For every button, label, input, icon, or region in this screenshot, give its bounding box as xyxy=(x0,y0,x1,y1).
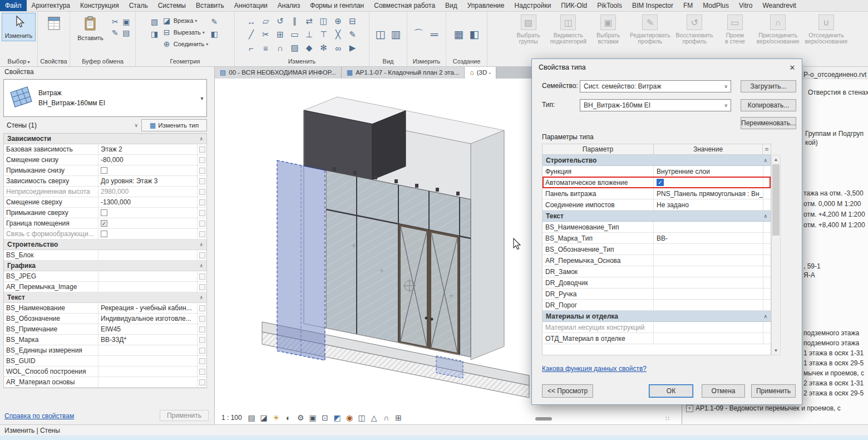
cut-profile-tool[interactable]: ◆ xyxy=(302,41,317,55)
ribbon-tab-Формы и генплан[interactable]: Формы и генплан xyxy=(305,0,369,11)
property-value[interactable]: Индивидуальное изготовле... xyxy=(98,314,197,324)
property-value[interactable] xyxy=(98,345,197,355)
ribbon-tab-Конструкция[interactable]: Конструкция xyxy=(75,0,124,11)
associate-param-box[interactable] xyxy=(199,189,205,195)
property-value[interactable] xyxy=(98,250,197,260)
detail-level-icon[interactable]: ▤ xyxy=(247,413,257,423)
cut-tool[interactable]: ⊟ xyxy=(346,14,360,28)
scroll-down-icon[interactable]: ▼ xyxy=(772,346,780,355)
create-similar-icon[interactable]: ◧ xyxy=(468,28,481,41)
canvas-hscrollbar-thumb[interactable] xyxy=(535,417,552,421)
wall-joins-tool[interactable]: ∩ xyxy=(273,41,288,55)
load-button[interactable]: Загрузить... xyxy=(741,80,796,92)
associate-param-box[interactable] xyxy=(199,252,205,258)
browser-item-vedomosti[interactable]: + АР1.1-09 - Ведомости перемычек и проем… xyxy=(686,404,841,412)
ribbon-tab-PikTools[interactable]: PikTools xyxy=(592,0,627,11)
measure-icon[interactable]: ⌒ xyxy=(412,28,426,41)
ribbon-tab-Надстройки[interactable]: Надстройки xyxy=(510,0,556,11)
edit-profile-button[interactable]: ✎Редактироватьпрофиль xyxy=(630,13,670,45)
cope-icon[interactable]: ▧ xyxy=(150,17,160,27)
view-tab[interactable]: ▤00 - ВСЯ НЕОБХОДИМАЯ ИНФОР... xyxy=(215,66,342,79)
param-value[interactable]: Внутренние слои xyxy=(654,166,763,177)
move-tool[interactable]: ↔ xyxy=(244,14,259,28)
ribbon-tab-ModPlus[interactable]: ModPlus xyxy=(698,0,734,11)
associate-param-box[interactable] xyxy=(199,348,205,354)
unpin-tool[interactable]: ⊤ xyxy=(317,28,331,41)
param-value[interactable] xyxy=(654,289,763,299)
mirror-tool[interactable]: ◫ xyxy=(317,14,331,28)
property-value[interactable]: Этаж 2 xyxy=(98,144,197,154)
associate-param-box[interactable] xyxy=(199,369,205,375)
associate-param-box[interactable] xyxy=(199,326,205,333)
property-value[interactable] xyxy=(98,165,197,175)
view-tab[interactable]: ▦АР1.1-07 - Кладочный план 2 эта... xyxy=(342,66,465,79)
cut-dropdown[interactable]: ⊟Вырезать▾ xyxy=(162,27,209,37)
section-header[interactable]: Графика∧ xyxy=(4,261,206,271)
rendering-icon[interactable]: ⚙ xyxy=(296,413,305,423)
ribbon-tab-Сталь[interactable]: Сталь xyxy=(124,0,153,11)
associate-param-box[interactable] xyxy=(199,316,205,322)
link-tool[interactable]: ∞ xyxy=(331,41,346,55)
associate-param-box[interactable] xyxy=(199,284,205,290)
ribbon-tab-Архитектура[interactable]: Архитектура xyxy=(27,0,76,11)
properties-help-link[interactable]: Справка по свойствам xyxy=(4,412,74,420)
param-value[interactable] xyxy=(654,222,763,232)
property-value[interactable]: До уровня: Этаж 3 xyxy=(98,176,197,186)
property-value[interactable] xyxy=(98,282,197,292)
param-value[interactable] xyxy=(654,300,763,310)
associate-param-box[interactable] xyxy=(199,358,205,364)
associate-param-box[interactable] xyxy=(199,305,205,311)
scrollbar-thumb[interactable] xyxy=(772,164,780,236)
associate-param-box[interactable] xyxy=(199,231,205,237)
panel-splitter-grip[interactable]: ∷ xyxy=(665,415,669,422)
temporary-view-properties-icon[interactable]: ◫ xyxy=(357,413,367,423)
ribbon-tab-Vitro[interactable]: Vitro xyxy=(734,0,757,11)
select-groups-button[interactable]: ▧Выбратьгруппы xyxy=(512,13,545,45)
visual-style-icon[interactable]: ◪ xyxy=(259,413,269,423)
ribbon-tab-Управление[interactable]: Управление xyxy=(462,0,510,11)
property-value[interactable] xyxy=(98,271,197,281)
auto-embed-checkbox[interactable]: ✓ xyxy=(657,179,664,186)
paint-tool[interactable]: ✻ xyxy=(317,41,331,55)
ribbon-tab-BIM Inspector[interactable]: BIM Inspector xyxy=(627,0,678,11)
property-value[interactable]: -80,000 xyxy=(98,155,197,165)
copy-tool[interactable]: ▱ xyxy=(259,14,273,28)
param-value[interactable]: ✓ xyxy=(654,177,763,188)
pin-tool[interactable]: ⊥ xyxy=(302,28,317,41)
property-value[interactable] xyxy=(98,366,197,377)
ribbon-tab-Вставить[interactable]: Вставить xyxy=(191,0,229,11)
checkbox[interactable]: ✓ xyxy=(101,220,107,227)
type-combo[interactable]: ВН_Витраж-160мм EI ∨ xyxy=(580,99,731,111)
properties-apply-button[interactable]: Применить xyxy=(160,410,209,421)
ok-button[interactable]: ОК xyxy=(649,384,693,398)
scale-control[interactable]: 1 : 100 xyxy=(221,414,242,422)
worksets-icon[interactable]: ⊞ xyxy=(394,413,403,423)
demolish-tool[interactable]: ⌐ xyxy=(244,41,259,55)
param-value[interactable] xyxy=(654,277,763,288)
dialog-help-link[interactable]: Какова функция данных свойств? xyxy=(542,365,647,373)
param-group-header[interactable]: Текст∧ xyxy=(542,211,771,222)
cancel-button[interactable]: Отмена xyxy=(702,384,745,398)
ribbon-tab-Совместная работа[interactable]: Совместная работа xyxy=(369,0,440,11)
view-templates-icon[interactable]: ◫ xyxy=(374,28,387,41)
type-selector-dropdown-icon[interactable]: ▾ xyxy=(198,95,206,101)
edit-type-button[interactable]: ▦ Изменить тип xyxy=(141,119,207,131)
close-icon[interactable]: ✕ xyxy=(783,59,802,76)
associate-param-box[interactable] xyxy=(199,199,205,206)
attach-top-base-button[interactable]: ∩Присоединитьверх/основание xyxy=(757,13,800,45)
properties-palette-button[interactable] xyxy=(43,13,65,36)
paint-icon[interactable]: ✎ xyxy=(209,17,219,27)
property-value[interactable]: -1300,000 xyxy=(98,197,197,207)
associate-param-box[interactable] xyxy=(199,337,205,343)
insulation-tool[interactable]: ≡ xyxy=(259,41,273,55)
temporary-hide-icon[interactable]: ◩ xyxy=(333,413,342,423)
checkbox[interactable] xyxy=(101,231,107,237)
ribbon-tab-FM[interactable]: FM xyxy=(678,0,698,11)
visibility-icon[interactable]: ▥ xyxy=(389,28,403,41)
property-value[interactable]: ВВ-33Д* xyxy=(98,335,197,345)
checkbox[interactable] xyxy=(101,209,107,216)
shadows-icon[interactable]: ◐ xyxy=(284,413,293,423)
view-tab[interactable]: ⌂(3D - xyxy=(465,66,496,79)
ribbon-tab-Файл[interactable]: Файл xyxy=(0,0,27,11)
section-header[interactable]: Строительство∧ xyxy=(4,239,206,250)
